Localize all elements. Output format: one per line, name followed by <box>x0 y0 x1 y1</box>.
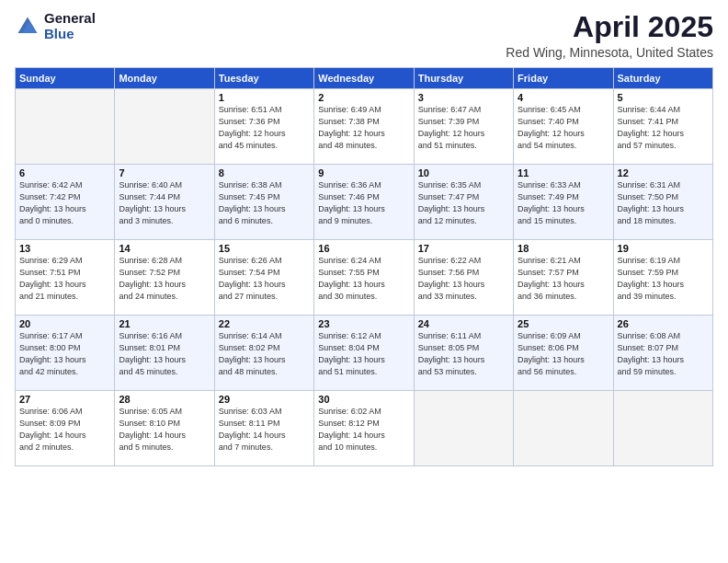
day-cell: 19Sunrise: 6:19 AM Sunset: 7:59 PM Dayli… <box>613 240 712 316</box>
title-block: April 2025 Red Wing, Minnesota, United S… <box>506 11 713 60</box>
day-number: 6 <box>19 167 110 178</box>
page: General Blue April 2025 Red Wing, Minnes… <box>0 0 728 563</box>
day-info: Sunrise: 6:38 AM Sunset: 7:45 PM Dayligh… <box>219 179 310 227</box>
week-row-1: 1Sunrise: 6:51 AM Sunset: 7:36 PM Daylig… <box>16 89 713 165</box>
day-info: Sunrise: 6:42 AM Sunset: 7:42 PM Dayligh… <box>19 179 110 227</box>
day-cell: 1Sunrise: 6:51 AM Sunset: 7:36 PM Daylig… <box>214 89 313 165</box>
day-number: 8 <box>219 167 310 178</box>
day-cell: 30Sunrise: 6:02 AM Sunset: 8:12 PM Dayli… <box>314 391 414 466</box>
day-info: Sunrise: 6:51 AM Sunset: 7:36 PM Dayligh… <box>219 104 310 152</box>
day-info: Sunrise: 6:49 AM Sunset: 7:38 PM Dayligh… <box>318 104 409 152</box>
day-cell: 13Sunrise: 6:29 AM Sunset: 7:51 PM Dayli… <box>16 240 115 316</box>
day-number: 20 <box>19 318 110 329</box>
day-number: 27 <box>19 394 110 405</box>
day-info: Sunrise: 6:33 AM Sunset: 7:49 PM Dayligh… <box>518 179 609 227</box>
header: General Blue April 2025 Red Wing, Minnes… <box>15 11 713 60</box>
day-number: 24 <box>418 318 509 329</box>
day-number: 18 <box>518 243 609 254</box>
day-info: Sunrise: 6:22 AM Sunset: 7:56 PM Dayligh… <box>418 255 509 303</box>
day-cell: 10Sunrise: 6:35 AM Sunset: 7:47 PM Dayli… <box>414 165 513 240</box>
day-info: Sunrise: 6:47 AM Sunset: 7:39 PM Dayligh… <box>418 104 509 152</box>
day-number: 9 <box>318 167 409 178</box>
day-info: Sunrise: 6:35 AM Sunset: 7:47 PM Dayligh… <box>418 179 509 227</box>
day-cell: 28Sunrise: 6:05 AM Sunset: 8:10 PM Dayli… <box>115 391 214 466</box>
day-cell: 23Sunrise: 6:12 AM Sunset: 8:04 PM Dayli… <box>314 316 414 391</box>
day-cell: 7Sunrise: 6:40 AM Sunset: 7:44 PM Daylig… <box>115 165 214 240</box>
day-info: Sunrise: 6:24 AM Sunset: 7:55 PM Dayligh… <box>318 255 409 303</box>
day-number: 2 <box>318 92 409 103</box>
logo-general: General <box>44 11 96 27</box>
day-number: 5 <box>618 92 709 103</box>
day-cell: 14Sunrise: 6:28 AM Sunset: 7:52 PM Dayli… <box>115 240 214 316</box>
day-info: Sunrise: 6:02 AM Sunset: 8:12 PM Dayligh… <box>318 406 409 454</box>
logo-icon <box>15 14 40 40</box>
col-header-tuesday: Tuesday <box>214 68 313 89</box>
day-number: 11 <box>518 167 609 178</box>
day-info: Sunrise: 6:44 AM Sunset: 7:41 PM Dayligh… <box>618 104 709 152</box>
day-cell <box>613 391 712 466</box>
day-number: 26 <box>618 318 709 329</box>
day-cell: 11Sunrise: 6:33 AM Sunset: 7:49 PM Dayli… <box>514 165 613 240</box>
day-info: Sunrise: 6:08 AM Sunset: 8:07 PM Dayligh… <box>618 330 709 378</box>
day-info: Sunrise: 6:26 AM Sunset: 7:54 PM Dayligh… <box>219 255 310 303</box>
logo-blue: Blue <box>44 27 96 42</box>
title-location: Red Wing, Minnesota, United States <box>506 45 713 60</box>
day-number: 28 <box>119 394 210 405</box>
day-cell: 24Sunrise: 6:11 AM Sunset: 8:05 PM Dayli… <box>414 316 513 391</box>
week-row-3: 13Sunrise: 6:29 AM Sunset: 7:51 PM Dayli… <box>16 240 713 316</box>
day-cell: 26Sunrise: 6:08 AM Sunset: 8:07 PM Dayli… <box>613 316 712 391</box>
week-row-5: 27Sunrise: 6:06 AM Sunset: 8:09 PM Dayli… <box>16 391 713 466</box>
day-number: 12 <box>618 167 709 178</box>
day-info: Sunrise: 6:09 AM Sunset: 8:06 PM Dayligh… <box>518 330 609 378</box>
day-number: 22 <box>219 318 310 329</box>
logo: General Blue <box>15 11 96 41</box>
day-number: 29 <box>219 394 310 405</box>
day-cell: 17Sunrise: 6:22 AM Sunset: 7:56 PM Dayli… <box>414 240 513 316</box>
day-info: Sunrise: 6:03 AM Sunset: 8:11 PM Dayligh… <box>219 406 310 454</box>
day-info: Sunrise: 6:29 AM Sunset: 7:51 PM Dayligh… <box>19 255 110 303</box>
col-header-sunday: Sunday <box>16 68 115 89</box>
day-number: 14 <box>119 243 210 254</box>
day-cell: 27Sunrise: 6:06 AM Sunset: 8:09 PM Dayli… <box>16 391 115 466</box>
day-cell <box>115 89 214 165</box>
day-number: 19 <box>618 243 709 254</box>
day-cell <box>514 391 613 466</box>
day-cell: 12Sunrise: 6:31 AM Sunset: 7:50 PM Dayli… <box>613 165 712 240</box>
logo-text: General Blue <box>44 11 96 41</box>
day-cell: 29Sunrise: 6:03 AM Sunset: 8:11 PM Dayli… <box>214 391 313 466</box>
day-cell: 22Sunrise: 6:14 AM Sunset: 8:02 PM Dayli… <box>214 316 313 391</box>
title-month: April 2025 <box>506 11 713 43</box>
day-number: 15 <box>219 243 310 254</box>
day-cell: 20Sunrise: 6:17 AM Sunset: 8:00 PM Dayli… <box>16 316 115 391</box>
day-info: Sunrise: 6:45 AM Sunset: 7:40 PM Dayligh… <box>518 104 609 152</box>
week-row-2: 6Sunrise: 6:42 AM Sunset: 7:42 PM Daylig… <box>16 165 713 240</box>
day-cell: 16Sunrise: 6:24 AM Sunset: 7:55 PM Dayli… <box>314 240 414 316</box>
day-info: Sunrise: 6:05 AM Sunset: 8:10 PM Dayligh… <box>119 406 210 454</box>
day-info: Sunrise: 6:40 AM Sunset: 7:44 PM Dayligh… <box>119 179 210 227</box>
day-number: 13 <box>19 243 110 254</box>
day-number: 16 <box>318 243 409 254</box>
day-info: Sunrise: 6:14 AM Sunset: 8:02 PM Dayligh… <box>219 330 310 378</box>
col-header-friday: Friday <box>514 68 613 89</box>
day-number: 7 <box>119 167 210 178</box>
col-header-saturday: Saturday <box>613 68 712 89</box>
day-cell <box>414 391 513 466</box>
day-number: 1 <box>219 92 310 103</box>
day-info: Sunrise: 6:16 AM Sunset: 8:01 PM Dayligh… <box>119 330 210 378</box>
day-cell: 3Sunrise: 6:47 AM Sunset: 7:39 PM Daylig… <box>414 89 513 165</box>
day-info: Sunrise: 6:06 AM Sunset: 8:09 PM Dayligh… <box>19 406 110 454</box>
day-info: Sunrise: 6:31 AM Sunset: 7:50 PM Dayligh… <box>618 179 709 227</box>
col-header-wednesday: Wednesday <box>314 68 414 89</box>
day-cell: 21Sunrise: 6:16 AM Sunset: 8:01 PM Dayli… <box>115 316 214 391</box>
header-row: SundayMondayTuesdayWednesdayThursdayFrid… <box>16 68 713 89</box>
day-cell: 15Sunrise: 6:26 AM Sunset: 7:54 PM Dayli… <box>214 240 313 316</box>
day-number: 23 <box>318 318 409 329</box>
day-info: Sunrise: 6:19 AM Sunset: 7:59 PM Dayligh… <box>618 255 709 303</box>
day-cell: 5Sunrise: 6:44 AM Sunset: 7:41 PM Daylig… <box>613 89 712 165</box>
col-header-monday: Monday <box>115 68 214 89</box>
week-row-4: 20Sunrise: 6:17 AM Sunset: 8:00 PM Dayli… <box>16 316 713 391</box>
day-info: Sunrise: 6:12 AM Sunset: 8:04 PM Dayligh… <box>318 330 409 378</box>
day-number: 4 <box>518 92 609 103</box>
day-cell <box>16 89 115 165</box>
day-number: 17 <box>418 243 509 254</box>
